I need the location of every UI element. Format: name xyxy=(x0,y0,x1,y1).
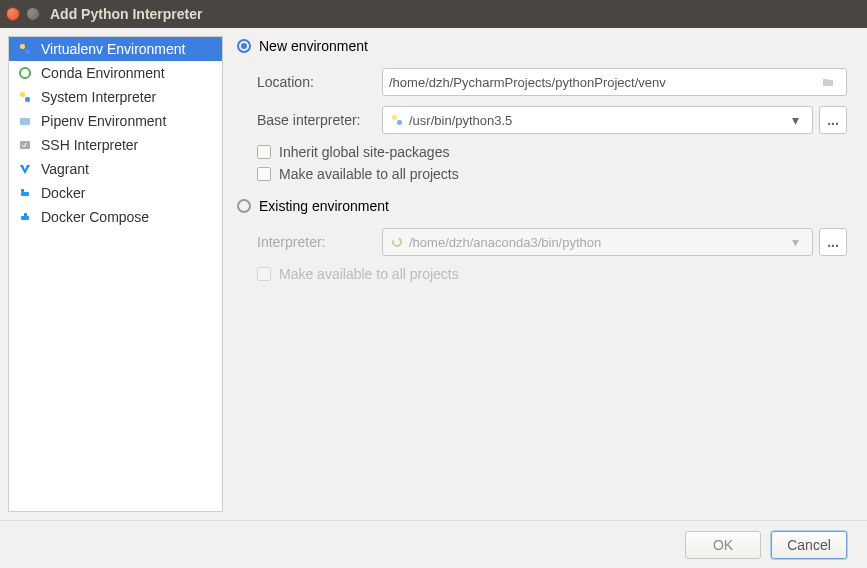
titlebar: Add Python Interpreter xyxy=(0,0,867,28)
sidebar-item-label: Docker Compose xyxy=(41,209,149,225)
dialog-footer: OK Cancel xyxy=(0,520,867,568)
base-interpreter-row: Base interpreter: /usr/bin/python3.5 ▾ .… xyxy=(257,106,847,134)
sidebar-item-label: Conda Environment xyxy=(41,65,165,81)
interpreter-select: /home/dzh/anaconda3/bin/python ▾ xyxy=(382,228,813,256)
location-value: /home/dzh/PycharmProjects/pythonProject/… xyxy=(389,75,820,90)
radio-label: Existing environment xyxy=(259,198,389,214)
docker-icon xyxy=(17,185,33,201)
svg-point-13 xyxy=(393,238,401,246)
window-buttons xyxy=(6,7,40,21)
vagrant-icon xyxy=(17,161,33,177)
checkbox-icon xyxy=(257,145,271,159)
ok-button[interactable]: OK xyxy=(685,531,761,559)
svg-rect-10 xyxy=(24,213,27,216)
radio-label: New environment xyxy=(259,38,368,54)
svg-rect-9 xyxy=(21,216,29,220)
interpreter-row: Interpreter: /home/dzh/anaconda3/bin/pyt… xyxy=(257,228,847,256)
interpreter-type-sidebar: Virtualenv Environment Conda Environment… xyxy=(8,36,223,512)
make-available-checkbox-row[interactable]: Make available to all projects xyxy=(257,166,847,182)
sidebar-item-conda[interactable]: Conda Environment xyxy=(9,61,222,85)
close-icon[interactable] xyxy=(6,7,20,21)
sidebar-item-label: System Interpreter xyxy=(41,89,156,105)
svg-rect-7 xyxy=(21,192,29,196)
sidebar-item-label: Pipenv Environment xyxy=(41,113,166,129)
radio-icon xyxy=(237,199,251,213)
svg-rect-0 xyxy=(20,44,25,49)
sidebar-item-docker[interactable]: Docker xyxy=(9,181,222,205)
browse-button[interactable]: ... xyxy=(819,228,847,256)
minimize-icon[interactable] xyxy=(26,7,40,21)
base-interpreter-select[interactable]: /usr/bin/python3.5 ▾ xyxy=(382,106,813,134)
ssh-icon xyxy=(17,137,33,153)
make-available-label: Make available to all projects xyxy=(279,166,459,182)
base-interpreter-value: /usr/bin/python3.5 xyxy=(409,113,792,128)
svg-rect-11 xyxy=(392,115,397,120)
interpreter-label: Interpreter: xyxy=(257,234,382,250)
svg-point-2 xyxy=(20,68,30,78)
sidebar-item-vagrant[interactable]: Vagrant xyxy=(9,157,222,181)
location-row: Location: /home/dzh/PycharmProjects/pyth… xyxy=(257,68,847,96)
loading-icon xyxy=(389,234,405,250)
sidebar-item-label: Docker xyxy=(41,185,85,201)
svg-rect-4 xyxy=(25,97,30,102)
main-panel: New environment Location: /home/dzh/Pych… xyxy=(223,28,867,520)
inherit-label: Inherit global site-packages xyxy=(279,144,449,160)
folder-icon[interactable] xyxy=(820,74,836,90)
sidebar-item-label: Vagrant xyxy=(41,161,89,177)
pipenv-icon xyxy=(17,113,33,129)
location-input[interactable]: /home/dzh/PycharmProjects/pythonProject/… xyxy=(382,68,847,96)
make-available2-label: Make available to all projects xyxy=(279,266,459,282)
python-icon xyxy=(17,89,33,105)
sidebar-item-virtualenv[interactable]: Virtualenv Environment xyxy=(9,37,222,61)
dialog-content: Virtualenv Environment Conda Environment… xyxy=(0,28,867,520)
sidebar-item-docker-compose[interactable]: Docker Compose xyxy=(9,205,222,229)
location-label: Location: xyxy=(257,74,382,90)
browse-button[interactable]: ... xyxy=(819,106,847,134)
sidebar-item-ssh[interactable]: SSH Interpreter xyxy=(9,133,222,157)
svg-rect-1 xyxy=(25,49,30,54)
sidebar-item-label: Virtualenv Environment xyxy=(41,41,185,57)
radio-existing-environment[interactable]: Existing environment xyxy=(237,198,847,214)
checkbox-icon xyxy=(257,167,271,181)
interpreter-value: /home/dzh/anaconda3/bin/python xyxy=(409,235,792,250)
svg-rect-12 xyxy=(397,120,402,125)
svg-rect-3 xyxy=(20,92,25,97)
sidebar-item-pipenv[interactable]: Pipenv Environment xyxy=(9,109,222,133)
svg-rect-5 xyxy=(20,118,30,125)
python-icon xyxy=(389,112,405,128)
base-interpreter-label: Base interpreter: xyxy=(257,112,382,128)
sidebar-item-system[interactable]: System Interpreter xyxy=(9,85,222,109)
inherit-checkbox-row[interactable]: Inherit global site-packages xyxy=(257,144,847,160)
window-title: Add Python Interpreter xyxy=(50,6,202,22)
sidebar-item-label: SSH Interpreter xyxy=(41,137,138,153)
make-available2-checkbox-row: Make available to all projects xyxy=(257,266,847,282)
radio-icon xyxy=(237,39,251,53)
chevron-down-icon: ▾ xyxy=(792,112,806,128)
conda-icon xyxy=(17,65,33,81)
docker-compose-icon xyxy=(17,209,33,225)
python-icon xyxy=(17,41,33,57)
cancel-button[interactable]: Cancel xyxy=(771,531,847,559)
svg-rect-8 xyxy=(21,189,24,192)
radio-new-environment[interactable]: New environment xyxy=(237,38,847,54)
chevron-down-icon: ▾ xyxy=(792,234,806,250)
checkbox-icon xyxy=(257,267,271,281)
